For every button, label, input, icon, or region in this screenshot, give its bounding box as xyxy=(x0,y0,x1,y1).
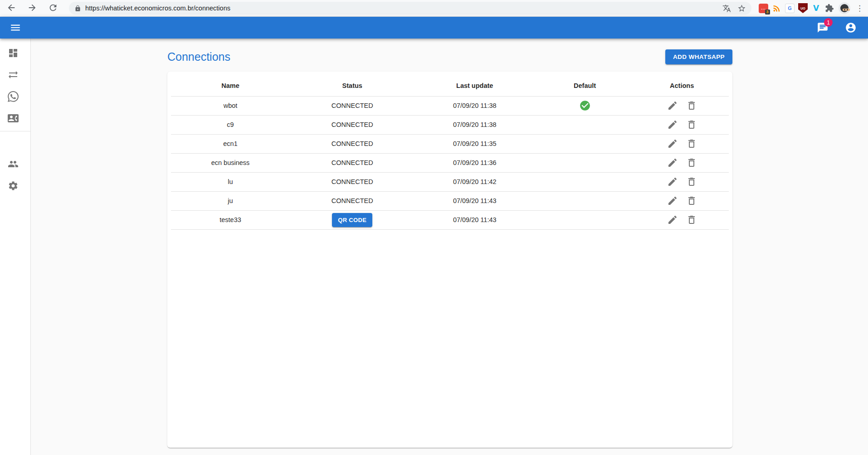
ublock-label: UO xyxy=(800,7,805,10)
cell-name: wbot xyxy=(171,96,290,115)
sidebar-item-tickets[interactable] xyxy=(0,86,30,107)
cell-last-update: 07/09/20 11:38 xyxy=(415,115,535,134)
delete-button[interactable] xyxy=(684,174,699,189)
table-header-row: Name Status Last update Default Actions xyxy=(171,75,729,96)
lock-icon xyxy=(74,5,81,12)
ninja-avatar-icon xyxy=(840,4,848,12)
translate-page-icon[interactable] xyxy=(722,4,731,13)
account-circle-icon[interactable] xyxy=(840,17,862,39)
sidebar-item-users[interactable] xyxy=(0,153,30,175)
header-actions: Actions xyxy=(635,75,729,96)
contact-phone-icon xyxy=(8,113,19,124)
delete-button[interactable] xyxy=(684,213,699,227)
connections-table-body: wbot CONNECTED 07/09/20 11:38 c9 CONNECT… xyxy=(171,96,729,229)
app-bar: 1 xyxy=(0,17,868,39)
edit-button[interactable] xyxy=(665,194,680,208)
users-icon xyxy=(8,159,19,169)
status-text: CONNECTED xyxy=(332,159,373,166)
cell-status: QR CODE xyxy=(290,210,415,229)
sidebar-item-settings[interactable] xyxy=(0,175,30,197)
cell-last-update: 07/09/20 11:43 xyxy=(415,191,535,210)
cell-actions xyxy=(635,96,729,115)
edit-button[interactable] xyxy=(665,213,680,227)
trash-icon xyxy=(686,119,697,130)
edit-button[interactable] xyxy=(665,174,680,189)
extensions-area: ... 3 G UO V ⋮ xyxy=(757,2,863,14)
puzzle-extensions-icon[interactable] xyxy=(824,4,834,13)
cell-default xyxy=(535,96,635,115)
dashboard-icon xyxy=(8,48,19,58)
cell-status: CONNECTED xyxy=(290,172,415,191)
sidebar-item-contacts[interactable] xyxy=(0,107,30,129)
cell-name: lu xyxy=(171,172,290,191)
ublock-extension-icon[interactable]: UO xyxy=(798,3,808,13)
sidebar xyxy=(0,39,31,455)
cell-actions xyxy=(635,172,729,191)
delete-button[interactable] xyxy=(684,98,699,113)
hamburger-menu-icon[interactable] xyxy=(5,17,26,39)
address-bar[interactable]: https://whaticket.economicros.com.br/con… xyxy=(69,2,751,15)
cell-status: CONNECTED xyxy=(290,134,415,153)
vimeo-extension-icon[interactable]: V xyxy=(811,4,821,13)
settings-gear-icon xyxy=(8,180,19,191)
table-row: ju CONNECTED 07/09/20 11:43 xyxy=(171,191,729,210)
edit-button[interactable] xyxy=(665,98,680,113)
url-text[interactable]: https://whaticket.economicros.com.br/con… xyxy=(85,5,716,12)
back-icon[interactable] xyxy=(6,3,17,14)
table-row: lu CONNECTED 07/09/20 11:42 xyxy=(171,172,729,191)
table-row: ecn1 CONNECTED 07/09/20 11:35 xyxy=(171,134,729,153)
translate-extension-icon[interactable]: G xyxy=(785,4,795,13)
sidebar-item-dashboard[interactable] xyxy=(0,42,30,64)
edit-button[interactable] xyxy=(665,155,680,170)
edit-pencil-icon xyxy=(667,119,678,130)
cell-actions xyxy=(635,210,729,229)
edit-pencil-icon xyxy=(667,138,678,149)
rss-extension-icon[interactable] xyxy=(772,4,781,13)
delete-button[interactable] xyxy=(684,155,699,170)
trash-icon xyxy=(686,100,697,111)
cell-status: CONNECTED xyxy=(290,115,415,134)
cell-name: teste33 xyxy=(171,210,290,229)
header-last-update: Last update xyxy=(415,75,535,96)
trash-icon xyxy=(686,214,697,225)
cell-last-update: 07/09/20 11:38 xyxy=(415,96,535,115)
forward-icon[interactable] xyxy=(27,3,38,14)
delete-button[interactable] xyxy=(684,136,699,151)
status-text: CONNECTED xyxy=(332,197,373,204)
status-text: CONNECTED xyxy=(332,121,373,128)
sidebar-divider xyxy=(0,131,30,131)
connections-card: Name Status Last update Default Actions … xyxy=(167,72,732,448)
edit-button[interactable] xyxy=(665,136,680,151)
edit-pencil-icon xyxy=(667,176,678,187)
main-content: Connections ADD WHATSAPP Name Status Las… xyxy=(31,39,868,455)
edit-pencil-icon xyxy=(667,100,678,111)
refresh-icon[interactable] xyxy=(48,3,59,14)
browser-profile-avatar[interactable] xyxy=(839,2,850,14)
cell-status: CONNECTED xyxy=(290,191,415,210)
edit-pencil-icon xyxy=(667,195,678,206)
cell-name: c9 xyxy=(171,115,290,134)
whatsapp-icon xyxy=(8,91,19,102)
edit-pencil-icon xyxy=(667,157,678,168)
cell-default xyxy=(535,191,635,210)
status-text: CONNECTED xyxy=(332,178,373,185)
edit-button[interactable] xyxy=(665,117,680,132)
delete-button[interactable] xyxy=(684,117,699,132)
cell-actions xyxy=(635,134,729,153)
extension-badge: 3 xyxy=(765,10,770,15)
trash-icon xyxy=(686,176,697,187)
browser-menu-icon[interactable]: ⋮ xyxy=(856,5,863,12)
cell-last-update: 07/09/20 11:43 xyxy=(415,210,535,229)
cell-last-update: 07/09/20 11:42 xyxy=(415,172,535,191)
cell-last-update: 07/09/20 11:36 xyxy=(415,153,535,172)
delete-button[interactable] xyxy=(684,194,699,208)
add-whatsapp-button[interactable]: ADD WHATSAPP xyxy=(665,49,732,64)
bookmark-star-icon[interactable] xyxy=(737,4,746,13)
sidebar-item-connections[interactable] xyxy=(0,64,30,86)
qr-code-button[interactable]: QR CODE xyxy=(332,213,372,227)
notifications-chat-icon[interactable]: 1 xyxy=(812,17,834,39)
default-check-icon xyxy=(579,102,591,109)
status-text: CONNECTED xyxy=(332,140,373,147)
red-dots-extension-icon[interactable]: ... 3 xyxy=(759,4,768,13)
cell-default xyxy=(535,134,635,153)
